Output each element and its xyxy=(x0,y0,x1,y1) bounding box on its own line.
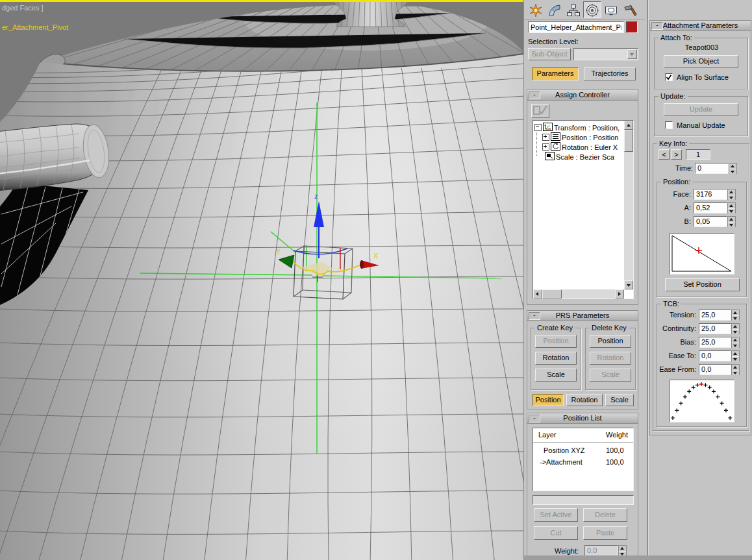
continuity-spinner[interactable] xyxy=(731,323,740,334)
tree-item-transform[interactable]: Transform : Position, xyxy=(534,123,620,132)
tab-motion[interactable] xyxy=(583,1,601,18)
position-list-table[interactable]: Layer Weight Position XYZ 100,0 ->Attach… xyxy=(533,428,634,491)
face-label: Face: xyxy=(657,190,691,198)
object-color-swatch[interactable] xyxy=(626,21,638,33)
create-key-scale-button[interactable]: Scale xyxy=(535,369,577,382)
column-header-weight[interactable]: Weight xyxy=(606,431,628,439)
delete-button[interactable]: Delete xyxy=(583,508,627,522)
expand-minus-icon[interactable] xyxy=(534,124,542,131)
delete-key-position-button[interactable]: Position xyxy=(590,335,631,348)
tree-item-scale[interactable]: Scale : Bezier Sca xyxy=(545,152,614,162)
tree-item-label: Transform : Position, xyxy=(554,124,620,132)
ease-from-spinner[interactable] xyxy=(731,364,740,375)
tab-create[interactable] xyxy=(527,1,545,18)
object-name-field[interactable] xyxy=(528,21,624,33)
track-position-button[interactable]: Position xyxy=(533,394,564,406)
tree-scroll-up[interactable] xyxy=(624,121,633,130)
rollout-header-prs[interactable]: - PRS Parameters xyxy=(527,311,638,321)
delete-key-scale-button[interactable]: Scale xyxy=(590,369,631,382)
track-scale-button[interactable]: Scale xyxy=(605,394,634,406)
y-axis-label: y xyxy=(277,247,281,254)
track-rotation-button[interactable]: Rotation xyxy=(566,394,603,406)
tree-scroll-right[interactable] xyxy=(615,289,624,298)
pick-object-button[interactable]: Pick Object xyxy=(664,55,738,68)
face-position-diagram[interactable] xyxy=(670,233,734,274)
perspective-viewport[interactable]: z y X dged Faces ] er_Attachment_Pivot xyxy=(0,0,523,560)
tab-display[interactable] xyxy=(602,1,620,18)
delete-key-label: Delete Key xyxy=(590,324,629,332)
viewport-canvas[interactable]: z y X xyxy=(0,0,523,560)
cut-button[interactable]: Cut xyxy=(534,526,578,540)
update-button[interactable]: Update xyxy=(664,103,738,116)
previous-key-button[interactable]: < xyxy=(658,149,670,160)
delete-key-rotation-button[interactable]: Rotation xyxy=(590,352,631,365)
tree-item-position[interactable]: Position : Position xyxy=(542,132,618,142)
panel-column-divider[interactable] xyxy=(647,0,649,560)
next-key-button[interactable]: > xyxy=(671,149,682,160)
collapse-minus-icon[interactable]: - xyxy=(529,91,540,99)
tree-scroll-track-v[interactable] xyxy=(624,130,633,280)
key-number-field[interactable]: 1 xyxy=(686,149,710,160)
align-to-surface-checkbox[interactable] xyxy=(665,73,673,81)
selection-level-label: Selection Level: xyxy=(528,38,579,45)
weight-field[interactable]: 0,0 xyxy=(584,545,618,556)
tree-scroll-left[interactable] xyxy=(533,289,542,298)
tab-parameters[interactable]: Parameters xyxy=(532,67,579,80)
time-spinner[interactable] xyxy=(729,163,737,174)
expand-plus-icon[interactable] xyxy=(542,143,549,151)
teapot-body-mesh[interactable] xyxy=(0,34,523,560)
rollout-header-position-list[interactable]: - Position List xyxy=(527,413,638,424)
ease-to-field[interactable]: 0,0 xyxy=(699,350,731,361)
ease-from-field[interactable]: 0,0 xyxy=(699,364,731,375)
tension-field[interactable]: 25,0 xyxy=(699,310,731,321)
tree-scroll-down[interactable] xyxy=(624,280,633,289)
viewport-shading-label[interactable]: dged Faces ] xyxy=(2,4,44,12)
controller-tree[interactable]: Transform : Position, Position : Positio… xyxy=(533,120,634,299)
set-active-button[interactable]: Set Active xyxy=(534,508,578,522)
tab-hierarchy[interactable] xyxy=(564,1,583,18)
paste-button[interactable]: Paste xyxy=(583,526,627,540)
tab-utilities[interactable] xyxy=(621,1,639,18)
time-field[interactable]: 0 xyxy=(695,163,729,174)
bias-spinner[interactable] xyxy=(731,337,740,348)
continuity-field[interactable]: 25,0 xyxy=(699,323,731,334)
z-axis-label: z xyxy=(314,192,318,200)
tree-scroll-thumb-v[interactable] xyxy=(624,130,633,152)
rollout-header-assign-controller[interactable]: - Assign Controller xyxy=(527,90,638,101)
face-spinner[interactable] xyxy=(727,189,736,200)
time-label: Time: xyxy=(675,164,693,172)
ease-to-spinner[interactable] xyxy=(731,350,740,361)
sub-object-button[interactable]: Sub-Object xyxy=(528,48,571,60)
tree-scroll-thumb-h[interactable] xyxy=(542,289,562,298)
delete-key-group: Delete Key Position Rotation Scale xyxy=(585,328,636,390)
collapse-minus-icon[interactable]: - xyxy=(529,415,540,422)
set-position-button[interactable]: Set Position xyxy=(665,278,740,291)
list-name-field[interactable] xyxy=(533,495,634,505)
assign-controller-button[interactable] xyxy=(531,104,549,118)
b-field[interactable]: 0,05 xyxy=(694,216,727,227)
collapse-minus-icon[interactable]: - xyxy=(651,22,663,30)
collapse-minus-icon[interactable]: - xyxy=(529,312,540,320)
tension-spinner[interactable] xyxy=(731,310,740,321)
face-field[interactable]: 3176 xyxy=(694,189,727,200)
manual-update-checkbox[interactable] xyxy=(665,121,673,129)
tab-modify[interactable] xyxy=(545,1,564,18)
weight-spinner[interactable] xyxy=(618,545,627,556)
a-spinner[interactable] xyxy=(727,202,736,213)
a-field[interactable]: 0,52 xyxy=(694,202,727,213)
sub-object-dropdown[interactable] xyxy=(573,48,638,60)
tab-trajectories[interactable]: Trajectories xyxy=(584,67,636,80)
tree-item-rotation[interactable]: Rotation : Euler X xyxy=(542,142,618,152)
create-key-position-button[interactable]: Position xyxy=(535,335,577,348)
key-info-label: Key Info: xyxy=(657,140,689,147)
layer-cell: Position XYZ xyxy=(544,446,585,454)
tree-item-label: Scale : Bezier Sca xyxy=(556,153,614,161)
expand-plus-icon[interactable] xyxy=(542,134,549,141)
dropdown-arrow-icon[interactable] xyxy=(627,49,637,59)
column-header-layer[interactable]: Layer xyxy=(538,431,557,439)
rollout-header-attachment[interactable]: - Attachment Parameters xyxy=(650,21,751,31)
create-key-group: Create Key Position Rotation Scale xyxy=(531,328,581,390)
create-key-rotation-button[interactable]: Rotation xyxy=(535,352,577,365)
bias-field[interactable]: 25,0 xyxy=(699,337,731,348)
b-spinner[interactable] xyxy=(727,216,736,227)
